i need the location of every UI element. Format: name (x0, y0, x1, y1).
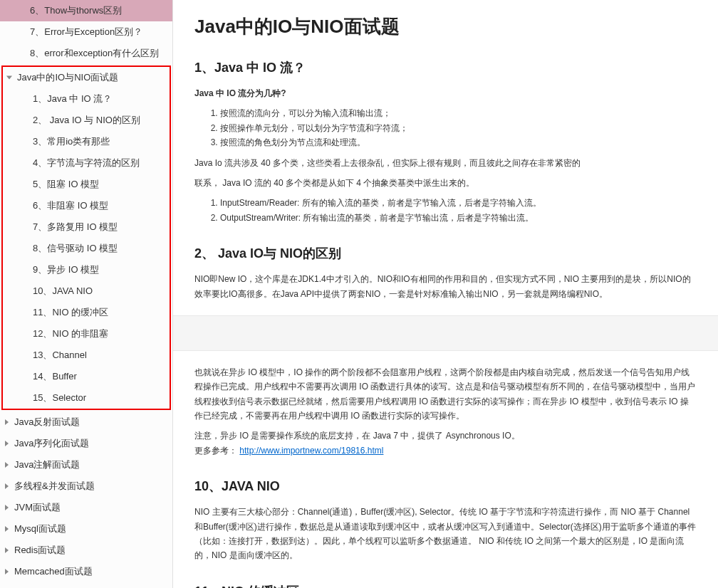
nav-section[interactable]: Redis面试题 (0, 540, 172, 561)
ordered-list: InputStream/Reader: 所有的输入流的基类，前者是字节输入流，后… (194, 196, 697, 225)
page-title: Java中的IO与NIO面试题 (194, 14, 697, 39)
nav-item[interactable]: 7、Error与Exception区别？ (0, 21, 172, 43)
list-item: 按照流的流向分，可以分为输入流和输出流； (220, 106, 697, 120)
paragraph: NIO 主要有三大核心部分：Channel(通道)，Buffer(缓冲区), S… (194, 505, 697, 563)
nav-item[interactable]: 11、NIO 的缓冲区 (3, 302, 170, 323)
nav-item[interactable]: 6、Thow与thorws区别 (0, 0, 172, 21)
nav-item[interactable]: 5、阻塞 IO 模型 (3, 174, 170, 195)
nav-section[interactable]: Java注解面试题 (0, 454, 172, 476)
nav-item[interactable]: 9、异步 IO 模型 (3, 259, 170, 280)
nav-item[interactable]: 8、error和exception有什么区别 (0, 43, 172, 64)
nav-item[interactable]: 8、信号驱动 IO 模型 (3, 238, 170, 259)
nav-item[interactable]: 4、字节流与字符流的区别 (3, 152, 170, 174)
nav-item[interactable]: 15、Selector (3, 387, 170, 409)
nav-item[interactable]: 7、多路复用 IO 模型 (3, 216, 170, 238)
nav-item[interactable]: 12、NIO 的非阻塞 (3, 323, 170, 345)
paragraph: 也就说在异步 IO 模型中，IO 操作的两个阶段都不会阻塞用户线程，这两个阶段都… (194, 365, 697, 424)
sidebar: 6、Thow与thorws区别 7、Error与Exception区别？ 8、e… (0, 0, 173, 588)
list-item: 按照操作单元划分，可以划分为字节流和字符流； (220, 121, 697, 135)
section-gap (173, 315, 718, 351)
nav-item[interactable]: 14、Buffer (3, 366, 170, 387)
nav-section[interactable]: Java序列化面试题 (0, 433, 172, 454)
nav-item[interactable]: 1、Java 中 IO 流？ (3, 88, 170, 110)
content-area: Java中的IO与NIO面试题 1、Java 中 IO 流？ Java 中 IO… (173, 0, 718, 588)
section-heading: 10、JAVA NIO (194, 478, 697, 495)
nav-item[interactable]: 6、非阻塞 IO 模型 (3, 195, 170, 216)
section-heading: 11、NIO 的缓冲区 (194, 583, 697, 588)
nav-section-io-nio[interactable]: Java中的IO与NIO面试题 (3, 67, 170, 88)
section-heading: 1、Java 中 IO 流？ (194, 59, 697, 76)
list-item: 按照流的角色划分为节点流和处理流。 (220, 135, 697, 149)
list-item: OutputStream/Writer: 所有输出流的基类，前者是字节输出流，后… (220, 211, 697, 225)
nav-section[interactable]: JVM面试题 (0, 497, 172, 518)
paragraph: NIO即New IO，这个库是在JDK1.4中才引入的。NIO和IO有相同的作用… (194, 272, 697, 301)
nav-section[interactable]: Memcached面试题 (0, 561, 172, 582)
nav-section[interactable]: Java反射面试题 (0, 411, 172, 433)
paragraph: 联系， Java IO 流的 40 多个类都是从如下 4 个抽象类基类中派生出来… (194, 176, 697, 190)
ordered-list: 按照流的流向分，可以分为输入流和输出流； 按照操作单元划分，可以划分为字节流和字… (194, 106, 697, 149)
reference-link[interactable]: http://www.importnew.com/19816.html (239, 446, 383, 456)
nav-item[interactable]: 3、常用io类有那些 (3, 131, 170, 152)
nav-item[interactable]: 2、 Java IO 与 NIO的区别 (3, 110, 170, 131)
question-text: Java 中 IO 流分为几种? (194, 86, 697, 100)
nav-item[interactable]: 13、Channel (3, 345, 170, 366)
section-heading: 2、 Java IO与 NIO的区别 (194, 245, 697, 262)
nav-section[interactable]: 多线程&并发面试题 (0, 476, 172, 497)
nav-item[interactable]: 10、JAVA NIO (3, 280, 170, 302)
nav-section[interactable]: Mysql面试题 (0, 518, 172, 540)
paragraph: 注意，异步 IO 是需要操作系统的底层支持，在 Java 7 中，提供了 Asy… (194, 429, 697, 458)
list-item: InputStream/Reader: 所有的输入流的基类，前者是字节输入流，后… (220, 196, 697, 210)
highlighted-section-box: Java中的IO与NIO面试题 1、Java 中 IO 流？ 2、 Java I… (1, 65, 171, 410)
paragraph: Java Io 流共涉及 40 多个类，这些类看上去很杂乱，但实际上很有规则，而… (194, 156, 697, 170)
